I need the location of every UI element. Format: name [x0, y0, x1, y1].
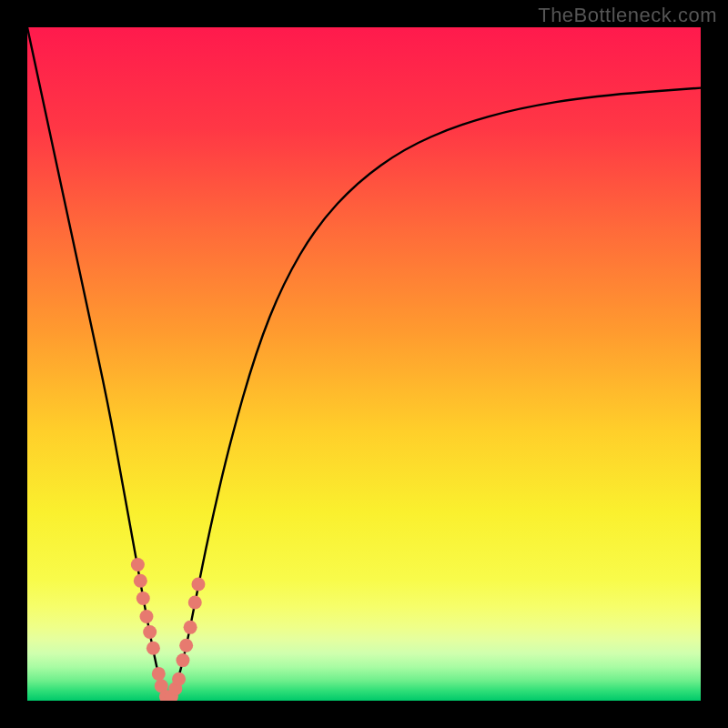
highlight-dot	[179, 639, 193, 652]
highlight-dot	[143, 625, 157, 639]
gradient-background	[27, 27, 701, 701]
highlight-dot	[134, 574, 147, 588]
highlight-dot	[139, 610, 153, 623]
highlight-dot	[136, 592, 150, 605]
highlight-dot	[147, 642, 160, 655]
highlight-dot	[176, 653, 189, 667]
bottleneck-chart	[27, 27, 701, 701]
highlight-dot	[131, 558, 145, 571]
chart-frame: TheBottleneck.com	[0, 0, 728, 728]
highlight-dot	[191, 577, 205, 591]
highlight-dot	[152, 667, 166, 681]
highlight-dot	[184, 621, 197, 634]
plot-area	[27, 27, 701, 701]
attribution-text: TheBottleneck.com	[538, 4, 717, 27]
highlight-dot	[188, 595, 202, 609]
highlight-dot	[172, 672, 186, 686]
